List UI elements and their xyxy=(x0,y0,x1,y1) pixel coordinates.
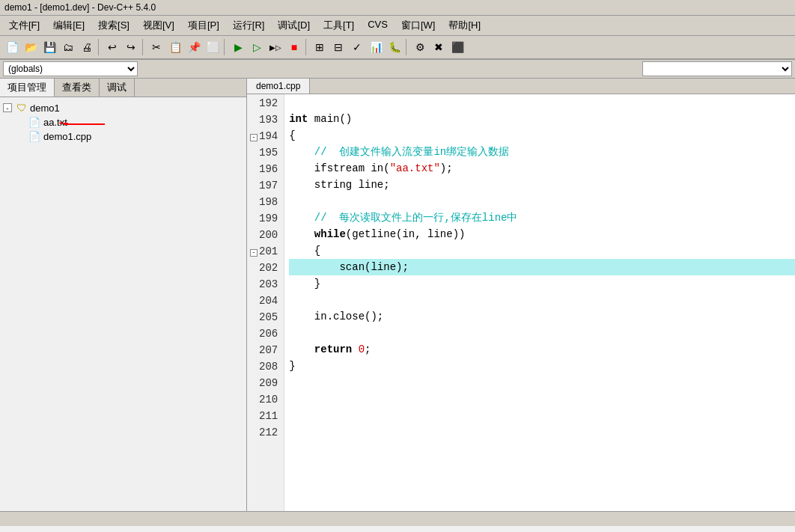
ln-199: 199 xyxy=(247,210,284,226)
tb-paste[interactable]: 📌 xyxy=(185,38,203,56)
toolbar: 📄 📂 💾 🗂 🖨 ↩ ↪ ✂ 📋 📌 ⬜ ▶ ▷ ▶▷ ■ ⊞ ⊟ ✓ 📊 🐛… xyxy=(0,36,795,60)
menu-tools[interactable]: 工具[T] xyxy=(317,17,360,34)
plain-196b: ); xyxy=(440,160,453,177)
tb-print[interactable]: 🖨 xyxy=(78,38,96,56)
tree-item-spacer2 xyxy=(15,132,24,141)
tb-redo[interactable]: ↪ xyxy=(122,38,140,56)
tb-compile[interactable]: ▶ xyxy=(229,38,247,56)
tb-chart[interactable]: 📊 xyxy=(367,38,385,56)
ln-204: 204 xyxy=(247,292,284,308)
code-line-199: // 每次读取文件上的一行,保存在line中 xyxy=(289,210,795,226)
kw-return: return xyxy=(289,341,352,358)
tb-run[interactable]: ▷ xyxy=(248,38,266,56)
tree-item-demo1cpp[interactable]: 📄 demo1.cpp xyxy=(15,129,243,144)
tb-close[interactable]: ✖ xyxy=(430,38,448,56)
ln-203: 203 xyxy=(247,275,284,292)
tb-unindent[interactable]: ⊟ xyxy=(329,38,347,56)
file-tabs: demo1.cpp xyxy=(247,79,795,94)
code-line-210 xyxy=(289,391,795,407)
code-line-209 xyxy=(289,374,795,391)
tree-root[interactable]: - 🛡 demo1 xyxy=(3,100,243,115)
ln-202: 202 xyxy=(247,259,284,275)
tree-children: 📄 aa.txt ← 📄 demo1.cpp xyxy=(15,115,243,144)
tree-item-aatxt[interactable]: 📄 aa.txt ← xyxy=(15,115,243,129)
tb-cut[interactable]: ✂ xyxy=(147,38,165,56)
tb-indent[interactable]: ⊞ xyxy=(311,38,329,56)
tb-stop[interactable]: ■ xyxy=(285,38,303,56)
expand-root-icon[interactable]: - xyxy=(3,103,12,112)
tb-sep5 xyxy=(406,39,409,55)
tb-save[interactable]: 💾 xyxy=(40,38,58,56)
tb-undo[interactable]: ↩ xyxy=(103,38,121,56)
code-line-193: int main() xyxy=(289,111,795,127)
plain-202: scan(line); xyxy=(289,259,409,275)
tb-select-all[interactable]: ⬜ xyxy=(204,38,222,56)
menu-edit[interactable]: 编辑[E] xyxy=(47,17,91,34)
ln-198: 198 xyxy=(247,193,284,210)
scope-dropdown[interactable] xyxy=(642,61,792,76)
tree-item-label-demo1cpp: demo1.cpp xyxy=(43,131,91,142)
tab-debug[interactable]: 调试 xyxy=(100,79,135,97)
menu-search[interactable]: 搜索[S] xyxy=(92,17,135,34)
main-area: 项目管理 查看类 调试 - 🛡 demo1 📄 aa.txt ← xyxy=(0,79,795,511)
plain-193: main() xyxy=(308,111,352,127)
code-line-206 xyxy=(289,325,795,341)
menu-project[interactable]: 项目[P] xyxy=(182,17,225,34)
tb-open[interactable]: 📂 xyxy=(22,38,40,56)
ln-209: 209 xyxy=(247,374,284,391)
code-line-197: string line; xyxy=(289,177,795,193)
ln-201: -201 xyxy=(247,242,284,259)
ln-195: 195 xyxy=(247,144,284,160)
kw-while: while xyxy=(289,226,346,242)
globals-dropdown[interactable]: (globals) xyxy=(3,61,138,76)
tb-new[interactable]: 📄 xyxy=(3,38,21,56)
fold-201[interactable]: - xyxy=(250,249,258,257)
fold-194[interactable]: - xyxy=(250,134,258,141)
tb-options[interactable]: ⚙ xyxy=(411,38,429,56)
menu-help[interactable]: 帮助[H] xyxy=(442,17,487,34)
code-line-192 xyxy=(289,94,795,111)
code-content[interactable]: int main() { // 创建文件输入流变量in绑定输入数据 ifstre… xyxy=(284,94,795,511)
tb-sep4 xyxy=(305,39,308,55)
tab-classes[interactable]: 查看类 xyxy=(55,79,100,97)
status-bar xyxy=(0,511,795,526)
plain-196: ifstream in( xyxy=(289,160,389,177)
file-tab-demo1cpp[interactable]: demo1.cpp xyxy=(247,79,310,94)
ln-211: 211 xyxy=(247,407,284,424)
tab-project[interactable]: 项目管理 xyxy=(0,79,55,97)
left-tabs-bar: 项目管理 查看类 调试 xyxy=(0,79,246,97)
arrow-line xyxy=(64,119,109,129)
tb-save-all[interactable]: 🗂 xyxy=(59,38,77,56)
ln-194: -194 xyxy=(247,127,284,144)
code-line-194: { xyxy=(289,127,795,144)
ln-208: 208 xyxy=(247,358,284,374)
menu-run[interactable]: 运行[R] xyxy=(227,17,271,34)
code-area[interactable]: 192 193 -194 195 196 197 198 199 200 -20… xyxy=(247,94,795,511)
menu-cvs[interactable]: CVS xyxy=(362,17,394,34)
tb-copy[interactable]: 📋 xyxy=(166,38,184,56)
menu-view[interactable]: 视图[V] xyxy=(137,17,180,34)
ln-210: 210 xyxy=(247,391,284,407)
menu-debug[interactable]: 调试[D] xyxy=(272,17,316,34)
tb-comment[interactable]: ✓ xyxy=(348,38,366,56)
file-txt-icon: 📄 xyxy=(28,117,40,128)
tree-root-label: demo1 xyxy=(30,103,60,114)
code-line-200: while(getline(in, line)) xyxy=(289,226,795,242)
ln-212: 212 xyxy=(247,424,284,440)
menu-window[interactable]: 窗口[W] xyxy=(395,17,442,34)
tb-bug[interactable]: 🐛 xyxy=(386,38,403,56)
ln-200: 200 xyxy=(247,226,284,242)
plain-205: in.close(); xyxy=(289,308,383,325)
tb-sep3 xyxy=(224,39,227,55)
tb-extra[interactable]: ⬛ xyxy=(448,38,466,56)
ln-207: 207 xyxy=(247,341,284,358)
code-line-196: ifstream in("aa.txt"); xyxy=(289,160,795,177)
ln-193: 193 xyxy=(247,111,284,127)
menu-file[interactable]: 文件[F] xyxy=(3,17,46,34)
kw-int: int xyxy=(289,111,308,127)
plain-208: } xyxy=(289,358,295,374)
tb-compile-run[interactable]: ▶▷ xyxy=(266,38,284,56)
code-line-212 xyxy=(289,424,795,440)
str-196: "aa.txt" xyxy=(390,160,440,177)
code-line-211 xyxy=(289,407,795,424)
